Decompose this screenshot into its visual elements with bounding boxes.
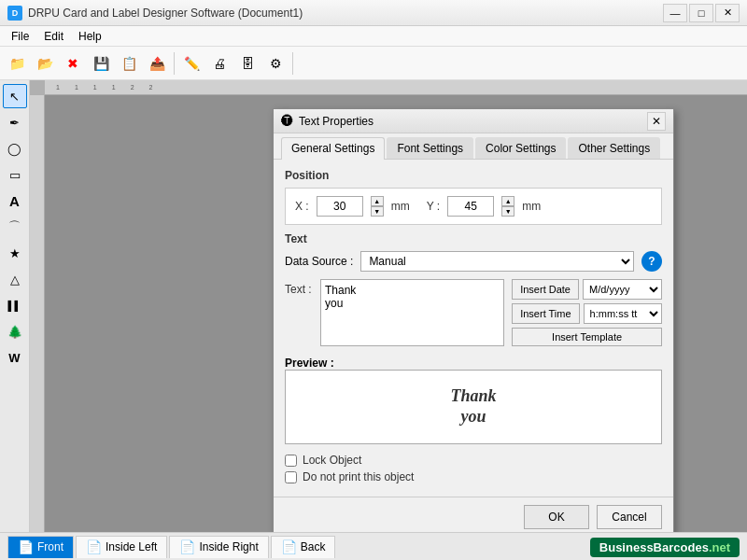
- toolbar-db[interactable]: 🗄: [234, 50, 261, 77]
- tab-inside-left[interactable]: 📄 Inside Left: [76, 536, 167, 558]
- toolbar-open-red[interactable]: 📂: [32, 50, 58, 77]
- maximize-button[interactable]: □: [689, 4, 713, 22]
- tool-image[interactable]: 🌲: [3, 319, 27, 343]
- insert-time-row: Insert Time h:mm:ss tt HH:mm:ss: [512, 303, 662, 324]
- y-spinners: ▲ ▼: [501, 196, 514, 217]
- dialog-icon: 🅣: [281, 114, 293, 128]
- preview-line1: Thank: [450, 386, 496, 405]
- text-input[interactable]: Thank you: [320, 279, 504, 346]
- tab-inside-right-label: Inside Right: [199, 540, 258, 553]
- datasource-row: Data Source : Manual Database Sequential…: [285, 251, 662, 272]
- dialog-footer: OK Cancel: [274, 497, 673, 532]
- text-label: Text :: [285, 279, 313, 296]
- x-label: X :: [295, 200, 309, 213]
- tool-special[interactable]: W: [3, 345, 27, 370]
- no-print-label: Do not print this object: [303, 470, 414, 483]
- no-print-checkbox[interactable]: [285, 471, 297, 483]
- insert-date-row: Insert Date M/d/yyyy MM/dd/yyyy dd/MM/yy…: [512, 279, 662, 300]
- preview-label: Preview :: [285, 357, 334, 370]
- menu-help[interactable]: Help: [71, 28, 109, 45]
- toolbar: 📁 📂 ✖ 💾 📋 📤 ✏️ 🖨 🗄 ⚙: [0, 47, 747, 80]
- tab-inside-left-icon: 📄: [86, 539, 102, 554]
- tab-inside-right-icon: 📄: [179, 539, 195, 554]
- tab-font-settings[interactable]: Font Settings: [387, 137, 473, 159]
- tool-text[interactable]: A: [3, 189, 27, 213]
- lock-object-checkbox[interactable]: [285, 455, 297, 467]
- insert-template-button[interactable]: Insert Template: [512, 328, 662, 346]
- toolbar-save2[interactable]: 📋: [116, 50, 142, 77]
- insert-buttons: Insert Date M/d/yyyy MM/dd/yyyy dd/MM/yy…: [512, 279, 662, 346]
- menu-bar: File Edit Help: [0, 26, 747, 47]
- tool-star[interactable]: ★: [3, 241, 27, 265]
- preview-box: Thank you: [285, 370, 662, 444]
- brand-name: BusinessBarcodes: [599, 540, 709, 554]
- text-area-wrapper: Thank you: [320, 279, 504, 349]
- toolbar-save[interactable]: 💾: [88, 50, 114, 77]
- y-label: Y :: [427, 200, 440, 213]
- preview-text: Thank you: [450, 386, 496, 427]
- menu-edit[interactable]: Edit: [36, 28, 71, 45]
- x-input[interactable]: 30: [317, 196, 363, 217]
- text-row: Text : Thank you Insert Date M/d/yyyy MM…: [285, 279, 662, 349]
- tool-rect[interactable]: ▭: [3, 162, 27, 187]
- ruler-top: 111122: [45, 80, 747, 95]
- brand-tld: .net: [709, 540, 730, 554]
- tool-arc[interactable]: ⌒: [3, 215, 27, 239]
- ok-button[interactable]: OK: [524, 505, 589, 529]
- tool-select[interactable]: ↖: [3, 84, 27, 108]
- date-format-select[interactable]: M/d/yyyy MM/dd/yyyy dd/MM/yyyy: [583, 279, 662, 300]
- tab-inside-left-label: Inside Left: [106, 540, 157, 553]
- toolbar-sep2: [292, 52, 293, 75]
- y-down[interactable]: ▼: [501, 206, 514, 217]
- dialog-close-button[interactable]: ✕: [647, 112, 666, 131]
- tab-other-settings[interactable]: Other Settings: [568, 137, 660, 159]
- tab-back-icon: 📄: [281, 539, 297, 554]
- dialog-title: Text Properties: [299, 115, 374, 128]
- cancel-button[interactable]: Cancel: [597, 505, 662, 529]
- lock-object-label: Lock Object: [303, 454, 361, 467]
- x-down[interactable]: ▼: [371, 206, 384, 217]
- tab-back-label: Back: [301, 540, 326, 553]
- y-unit: mm: [522, 200, 541, 213]
- tab-back[interactable]: 📄 Back: [271, 536, 336, 558]
- toolbar-export[interactable]: 📤: [144, 50, 170, 77]
- insert-date-button[interactable]: Insert Date: [512, 279, 579, 300]
- tab-color-settings[interactable]: Color Settings: [475, 137, 566, 159]
- y-up[interactable]: ▲: [501, 196, 514, 206]
- tab-inside-right[interactable]: 📄 Inside Right: [169, 536, 268, 558]
- toolbar-close[interactable]: ✖: [60, 50, 86, 77]
- y-input[interactable]: 45: [447, 196, 494, 217]
- minimize-button[interactable]: —: [663, 4, 687, 22]
- tool-barcode[interactable]: ▌▌: [3, 293, 27, 317]
- x-up[interactable]: ▲: [371, 196, 384, 206]
- canvas-area: 111122: [30, 80, 747, 532]
- x-spinners: ▲ ▼: [371, 196, 384, 217]
- app-icon: D: [7, 6, 22, 21]
- menu-file[interactable]: File: [4, 28, 36, 45]
- close-button[interactable]: ✕: [715, 4, 740, 22]
- tab-front[interactable]: 📄 Front: [7, 536, 74, 558]
- toolbar-edit[interactable]: ✏️: [178, 50, 204, 77]
- tool-pen[interactable]: ✒: [3, 110, 27, 134]
- toolbar-settings[interactable]: ⚙: [262, 50, 289, 77]
- time-format-select[interactable]: h:mm:ss tt HH:mm:ss: [584, 303, 662, 324]
- brand-badge: BusinessBarcodes.net: [590, 538, 740, 557]
- tool-ellipse[interactable]: ◯: [3, 136, 27, 161]
- title-bar-left: D DRPU Card and Label Designer Software …: [7, 6, 303, 21]
- main-content: ↖ ✒ ◯ ▭ A ⌒ ★ △ ▌▌ 🌲 W 111122: [0, 80, 747, 532]
- toolbar-print[interactable]: 🖨: [206, 50, 233, 77]
- datasource-label: Data Source :: [285, 255, 353, 268]
- status-bar: 📄 Front 📄 Inside Left 📄 Inside Right 📄 B…: [0, 532, 747, 560]
- datasource-select[interactable]: Manual Database Sequential: [360, 251, 634, 272]
- tab-general-settings[interactable]: General Settings: [281, 137, 385, 160]
- preview-section: Preview : Thank you: [285, 357, 662, 444]
- toolbar-new[interactable]: 📁: [4, 50, 30, 77]
- left-tools: ↖ ✒ ◯ ▭ A ⌒ ★ △ ▌▌ 🌲 W: [0, 80, 30, 532]
- insert-time-button[interactable]: Insert Time: [512, 303, 579, 324]
- help-button[interactable]: ?: [641, 251, 662, 272]
- position-section-label: Position: [285, 169, 662, 182]
- lock-object-row: Lock Object: [285, 454, 662, 467]
- title-controls: — □ ✕: [663, 4, 740, 22]
- tool-triangle[interactable]: △: [3, 267, 27, 291]
- tab-front-icon: 📄: [18, 539, 34, 554]
